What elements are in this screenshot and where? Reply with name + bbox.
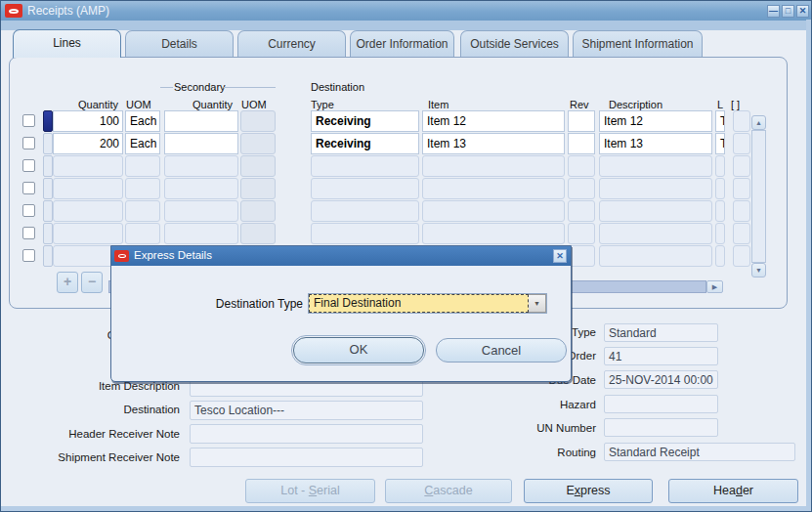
tab-order-information[interactable]: Order Information [350,30,454,57]
row-selector[interactable] [43,155,53,177]
cell-uom[interactable]: Each [125,133,160,154]
scroll-right-button[interactable]: ▶ [706,280,723,293]
cell-truncated[interactable] [715,245,725,267]
express-button[interactable]: Express [524,479,653,503]
row-selector[interactable] [43,200,53,222]
dialog-close-button[interactable]: ✕ [553,249,567,263]
destination-type-value[interactable]: Final Destination [309,294,529,313]
cell-secondary-uom[interactable] [240,200,276,222]
cell-description[interactable] [599,245,712,267]
tab-currency[interactable]: Currency [237,30,346,57]
cell-rev[interactable] [568,178,595,199]
cell-description[interactable] [599,155,712,177]
scroll-down-button[interactable]: ▼ [751,263,766,277]
cell-description[interactable] [599,223,712,244]
cell-uom[interactable] [125,155,160,177]
cell-item[interactable] [422,155,565,177]
cell-destination-type[interactable] [311,223,419,244]
cell-quantity[interactable]: 200 [53,133,123,154]
cell-description[interactable] [599,200,712,222]
row-checkbox[interactable] [22,204,35,217]
row-checkbox[interactable] [22,114,35,127]
cell-description[interactable]: Item 12 [599,110,712,132]
cell-secondary-uom[interactable] [240,110,276,132]
row-selector[interactable] [43,178,53,199]
cell-uom[interactable] [125,200,160,222]
cell-secondary-uom[interactable] [240,178,276,199]
vertical-scrollbar-track[interactable] [751,130,766,263]
destination-type-combobox[interactable]: Final Destination ▼ [308,293,547,314]
cell-quantity[interactable] [53,178,123,199]
cell-rev[interactable] [568,245,595,267]
cell-secondary-quantity[interactable] [164,178,238,199]
cell-destination-type[interactable] [311,155,419,177]
cell-flexfield[interactable] [733,223,750,244]
cell-quantity[interactable] [53,223,123,244]
cell-secondary-quantity[interactable] [164,200,238,222]
cell-item[interactable]: Item 13 [422,133,565,154]
cell-secondary-quantity[interactable] [164,133,238,154]
cell-secondary-quantity[interactable] [164,110,238,132]
header-button[interactable]: Header [668,479,798,503]
cell-item[interactable]: Item 12 [422,110,565,132]
cell-secondary-uom[interactable] [240,133,276,154]
tab-outside-services[interactable]: Outside Services [460,30,569,57]
cell-rev[interactable] [568,133,595,154]
cell-destination-type[interactable] [311,200,419,222]
destination-field[interactable]: Tesco Location--- [190,401,423,420]
cell-secondary-uom[interactable] [240,155,276,177]
shipment-receiver-note-field[interactable] [190,448,423,467]
cell-flexfield[interactable] [733,245,750,267]
tab-lines[interactable]: Lines [13,29,121,58]
maximize-button[interactable]: □ [782,5,794,18]
close-button[interactable]: ✕ [796,5,809,18]
row-selector[interactable] [43,110,53,132]
tab-shipment-information[interactable]: Shipment Information [573,30,703,57]
cell-destination-type[interactable]: Receiving [311,133,419,154]
row-checkbox[interactable] [22,227,35,239]
cell-truncated[interactable] [715,200,725,222]
minimize-button[interactable]: — [767,5,780,18]
add-row-button[interactable]: + [57,272,78,293]
scroll-up-button[interactable]: ▲ [751,115,766,130]
cell-uom[interactable] [125,178,160,199]
cell-destination-type[interactable] [311,178,419,199]
cancel-button[interactable]: Cancel [436,338,567,363]
cell-rev[interactable] [568,200,595,222]
cell-uom[interactable] [125,223,160,244]
cell-item[interactable] [422,178,565,199]
cell-description[interactable]: Item 13 [599,133,712,154]
cell-quantity[interactable]: 100 [53,110,123,132]
cell-truncated[interactable]: T [715,110,725,132]
ok-button[interactable]: OK [293,337,424,363]
cell-flexfield[interactable] [733,178,750,199]
cell-secondary-uom[interactable] [240,223,276,244]
cell-flexfield[interactable] [733,200,750,222]
cell-secondary-quantity[interactable] [164,155,238,177]
row-selector[interactable] [43,245,53,267]
cell-quantity[interactable] [53,200,123,222]
cell-truncated[interactable] [715,155,725,177]
row-selector[interactable] [43,223,53,244]
cell-item[interactable] [422,223,565,244]
cell-rev[interactable] [568,223,595,244]
cell-truncated[interactable] [715,223,725,244]
row-checkbox[interactable] [22,182,35,194]
cell-flexfield[interactable] [733,155,750,177]
cell-uom[interactable]: Each [125,110,160,132]
row-checkbox[interactable] [22,159,35,172]
cell-rev[interactable] [568,110,595,132]
cell-destination-type[interactable]: Receiving [311,110,419,132]
row-checkbox[interactable] [22,249,35,262]
cell-description[interactable] [599,178,712,199]
cell-truncated[interactable]: T [715,133,725,154]
row-checkbox[interactable] [22,137,35,149]
tab-details[interactable]: Details [125,30,234,57]
cell-truncated[interactable] [715,178,725,199]
header-receiver-note-field[interactable] [190,424,423,444]
row-selector[interactable] [43,133,53,154]
cell-rev[interactable] [568,155,595,177]
cell-secondary-quantity[interactable] [164,223,238,244]
combobox-arrow-button[interactable]: ▼ [529,294,546,313]
remove-row-button[interactable]: − [81,272,103,293]
